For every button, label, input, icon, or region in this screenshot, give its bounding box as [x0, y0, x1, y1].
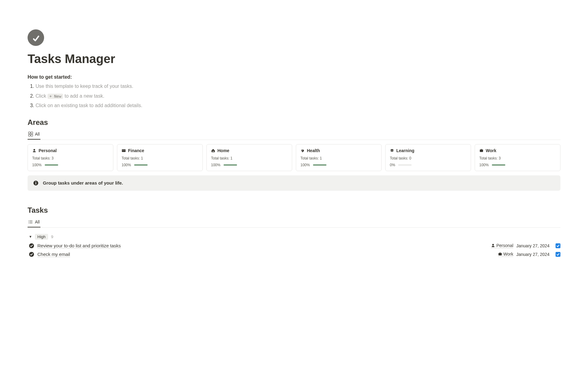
page-icon — [28, 29, 44, 46]
task-title[interactable]: Check my email — [37, 252, 70, 257]
task-area-label: Work — [503, 252, 513, 257]
area-progress-label: 100% — [300, 163, 310, 167]
area-progress-label: 0% — [390, 163, 395, 167]
areas-heading: Areas — [28, 118, 560, 127]
group-count: 9 — [51, 234, 53, 239]
task-group-header[interactable]: ▼ High 9 — [28, 232, 560, 242]
tab-all-tasks[interactable]: All — [28, 218, 40, 227]
check-circle-icon — [29, 243, 34, 249]
task-area-label: Personal — [496, 243, 513, 248]
group-tag: High — [35, 234, 48, 240]
progress-bar — [398, 164, 412, 166]
check-circle-icon — [29, 252, 34, 257]
area-name: Personal — [39, 148, 57, 153]
person-icon — [32, 148, 36, 153]
area-tasks-count: Total tasks: 1 — [300, 156, 377, 160]
area-card[interactable]: Learning Total tasks: 0 0% — [385, 144, 471, 171]
callout-text: Group tasks under areas of your life. — [43, 180, 123, 185]
progress-bar — [134, 164, 148, 166]
task-row[interactable]: Check my email Work January 27, 2024 — [28, 250, 560, 259]
heart-icon — [300, 148, 305, 153]
areas-grid: Personal Total tasks: 3 100% Finance Tot… — [28, 144, 560, 171]
progress-bar — [45, 164, 58, 166]
area-tasks-count: Total tasks: 3 — [479, 156, 556, 160]
person-icon — [491, 243, 495, 248]
area-name: Home — [217, 148, 229, 153]
task-title[interactable]: Review your to-do list and prioritize ta… — [37, 243, 121, 249]
area-card[interactable]: Work Total tasks: 3 100% — [475, 144, 560, 171]
area-tasks-count: Total tasks: 3 — [32, 156, 109, 160]
area-name: Finance — [128, 148, 144, 153]
area-card[interactable]: Home Total tasks: 1 100% — [206, 144, 292, 171]
how-to-heading: How to get started: — [28, 74, 560, 80]
area-progress-label: 100% — [211, 163, 221, 167]
how-to-step: Click on an existing task to add additio… — [36, 102, 560, 110]
task-done-checkbox[interactable] — [556, 243, 560, 248]
area-card[interactable]: Health Total tasks: 1 100% — [296, 144, 382, 171]
list-icon — [28, 219, 33, 224]
step-text: to add a new task. — [65, 93, 104, 99]
task-done-checkbox[interactable] — [556, 252, 560, 257]
task-area-tag[interactable]: Personal — [491, 243, 513, 248]
area-tasks-count: Total tasks: 1 — [211, 156, 288, 160]
home-icon — [211, 148, 215, 153]
area-name: Learning — [396, 148, 414, 153]
briefcase-icon — [498, 252, 502, 256]
tab-all-areas[interactable]: All — [28, 130, 40, 140]
info-icon — [33, 180, 39, 186]
graduation-icon — [390, 148, 394, 153]
task-row[interactable]: Review your to-do list and prioritize ta… — [28, 242, 560, 250]
tab-label: All — [35, 132, 40, 137]
progress-bar — [313, 164, 326, 166]
task-date: January 27, 2024 — [516, 252, 552, 257]
area-tasks-count: Total tasks: 1 — [122, 156, 198, 160]
area-progress-label: 100% — [122, 163, 131, 167]
task-list: Review your to-do list and prioritize ta… — [28, 242, 560, 259]
area-card[interactable]: Finance Total tasks: 1 100% — [117, 144, 203, 171]
tab-label: All — [35, 219, 40, 224]
areas-tabs: All — [28, 130, 560, 140]
new-button-inline[interactable]: + New — [47, 94, 63, 99]
area-progress-label: 100% — [479, 163, 489, 167]
how-to-step: Click + New to add a new task. — [36, 92, 560, 100]
area-name: Health — [307, 148, 320, 153]
caret-down-icon: ▼ — [29, 235, 32, 238]
area-tasks-count: Total tasks: 0 — [390, 156, 466, 160]
areas-callout: Group tasks under areas of your life. — [28, 175, 560, 191]
tasks-tabs: All — [28, 218, 560, 228]
area-name: Work — [486, 148, 496, 153]
step-text: Use this template to keep track of your … — [36, 84, 133, 89]
area-progress-label: 100% — [32, 163, 42, 167]
page-title: Tasks Manager — [28, 52, 560, 66]
progress-bar — [224, 164, 237, 166]
progress-bar — [492, 164, 505, 166]
briefcase-icon — [479, 148, 484, 153]
tasks-heading: Tasks — [28, 206, 560, 215]
how-to-step: Use this template to keep track of your … — [36, 82, 560, 90]
task-area-tag[interactable]: Work — [498, 252, 513, 257]
step-text: Click — [36, 93, 46, 99]
gallery-icon — [28, 132, 33, 137]
area-card[interactable]: Personal Total tasks: 3 100% — [28, 144, 113, 171]
card-icon — [122, 148, 126, 153]
step-text: Click on an existing task to add additio… — [36, 103, 142, 108]
task-date: January 27, 2024 — [516, 243, 552, 248]
